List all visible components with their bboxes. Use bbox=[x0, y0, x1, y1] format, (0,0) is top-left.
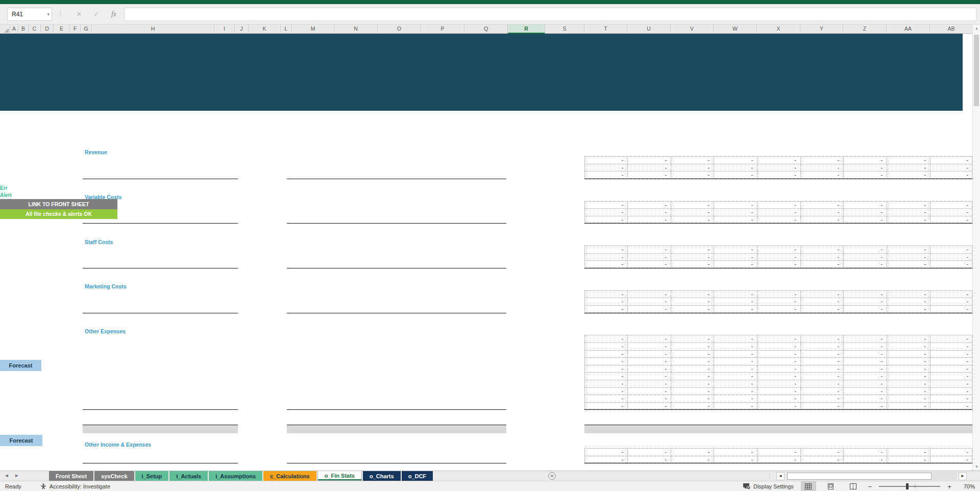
quarterly-item-cell[interactable]: - bbox=[714, 216, 757, 224]
statement-section-title[interactable]: Revenue bbox=[85, 149, 197, 156]
quarterly-item-cell[interactable]: - bbox=[930, 202, 972, 209]
quarterly-item-cell[interactable]: - bbox=[844, 395, 887, 403]
col-header-G[interactable]: G bbox=[81, 24, 92, 34]
quarterly-item-cell[interactable]: - bbox=[887, 246, 930, 254]
quarterly-item-cell[interactable]: - bbox=[585, 335, 628, 343]
quarterly-item-cell[interactable]: - bbox=[671, 254, 714, 261]
timeline-cell[interactable]: 1 bbox=[0, 339, 38, 350]
quarterly-item-cell[interactable]: - bbox=[757, 216, 801, 224]
quarterly-item-cell[interactable]: - bbox=[671, 343, 714, 351]
sheet-tab-o-dcf[interactable]: o_DCF bbox=[402, 471, 433, 481]
quarterly-item-cell[interactable]: - bbox=[585, 209, 628, 216]
vertical-scrollbar[interactable]: ▲ ▼ bbox=[972, 24, 980, 471]
zoom-level[interactable]: 70% bbox=[959, 483, 975, 489]
quarterly-item-cell[interactable]: - bbox=[801, 171, 844, 179]
quarterly-item-cell[interactable]: - bbox=[930, 388, 972, 396]
quarterly-item-cell[interactable]: - bbox=[801, 298, 844, 306]
quarterly-item-cell[interactable]: - bbox=[628, 254, 671, 261]
sheet-tab-i-setup[interactable]: i_Setup bbox=[135, 471, 169, 481]
timeline-cell[interactable]: ANNUAL bbox=[0, 394, 39, 403]
quarterly-item-cell[interactable]: - bbox=[585, 395, 628, 403]
col-header-O[interactable]: O bbox=[378, 24, 421, 34]
quarterly-item-cell[interactable]: - bbox=[628, 306, 671, 313]
quarterly-item-cell[interactable]: - bbox=[671, 246, 714, 254]
quarterly-item-cell[interactable]: - bbox=[844, 216, 887, 224]
name-box[interactable]: R41 ▾ bbox=[7, 8, 52, 21]
col-header-T[interactable]: T bbox=[584, 24, 627, 34]
quarterly-item-cell[interactable]: - bbox=[887, 388, 930, 396]
link-to-front-sheet-button[interactable]: LINK TO FRONT SHEET bbox=[0, 199, 117, 209]
select-all-button[interactable] bbox=[0, 24, 10, 34]
quarterly-item-cell[interactable]: - bbox=[757, 209, 801, 216]
timeline-cell[interactable]: 2 bbox=[0, 403, 39, 414]
col-header-S[interactable]: S bbox=[545, 24, 584, 34]
col-header-X[interactable]: X bbox=[757, 24, 800, 34]
quarterly-item-cell[interactable]: - bbox=[714, 380, 757, 388]
timeline-cell[interactable]: 2 bbox=[0, 425, 39, 435]
quarterly-item-cell[interactable]: - bbox=[930, 254, 972, 261]
quarterly-item-cell[interactable]: - bbox=[930, 157, 972, 164]
quarterly-item-cell[interactable]: - bbox=[801, 358, 844, 365]
quarterly-item-cell[interactable]: - bbox=[628, 216, 671, 224]
quarterly-item-cell[interactable]: - bbox=[628, 164, 671, 172]
col-header-L[interactable]: L bbox=[281, 24, 292, 34]
quarterly-item-cell[interactable]: - bbox=[671, 395, 714, 403]
quarterly-item-cell[interactable]: - bbox=[585, 380, 628, 388]
quarterly-item-cell[interactable]: - bbox=[757, 171, 801, 179]
quarterly-item-cell[interactable]: - bbox=[757, 373, 801, 380]
quarterly-item-cell[interactable]: - bbox=[887, 171, 930, 179]
vertical-scroll-thumb[interactable] bbox=[974, 35, 979, 106]
quarterly-item-cell[interactable]: - bbox=[671, 388, 714, 396]
zoom-slider[interactable] bbox=[879, 481, 940, 491]
quarterly-item-cell[interactable]: - bbox=[628, 373, 671, 380]
hscroll-left-icon[interactable]: ◄ bbox=[776, 472, 785, 480]
quarterly-item-cell[interactable]: - bbox=[585, 343, 628, 351]
zoom-slider-thumb[interactable] bbox=[906, 483, 909, 489]
timeline-cell[interactable]: 1 bbox=[0, 350, 38, 360]
sheet-nav-left-icon[interactable]: ◄ bbox=[4, 473, 9, 478]
quarterly-item-cell[interactable]: - bbox=[757, 380, 801, 388]
quarterly-item-cell[interactable]: - bbox=[671, 351, 714, 358]
quarterly-item-cell[interactable]: - bbox=[757, 456, 801, 464]
quarterly-item-cell[interactable]: - bbox=[801, 373, 844, 380]
quarterly-item-cell[interactable]: - bbox=[757, 351, 801, 358]
quarterly-item-cell[interactable]: - bbox=[757, 449, 801, 456]
quarterly-item-cell[interactable]: - bbox=[844, 164, 887, 172]
quarterly-item-cell[interactable]: - bbox=[930, 209, 972, 216]
quarterly-item-cell[interactable]: - bbox=[801, 209, 844, 216]
quarterly-item-cell[interactable]: - bbox=[801, 246, 844, 254]
quarterly-item-cell[interactable]: - bbox=[801, 306, 844, 313]
quarterly-item-cell[interactable]: - bbox=[887, 157, 930, 164]
quarterly-item-cell[interactable]: - bbox=[671, 403, 714, 410]
quarterly-item-cell[interactable]: - bbox=[714, 388, 757, 396]
quarterly-item-cell[interactable]: - bbox=[671, 291, 714, 299]
timeline-cell[interactable]: 1-Jan-00 bbox=[0, 296, 38, 308]
horizontal-scrollbar[interactable] bbox=[786, 472, 957, 480]
quarterly-item-cell[interactable]: - bbox=[585, 306, 628, 313]
quarterly-item-cell[interactable]: - bbox=[671, 298, 714, 306]
quarterly-item-cell[interactable]: - bbox=[930, 335, 972, 343]
sheet-tab-o-charts[interactable]: o_Charts bbox=[363, 471, 401, 481]
col-header-Z[interactable]: Z bbox=[843, 24, 887, 34]
quarterly-item-cell[interactable]: - bbox=[887, 395, 930, 403]
quarterly-item-cell[interactable]: - bbox=[844, 456, 887, 464]
quarterly-item-cell[interactable]: - bbox=[671, 306, 714, 313]
quarterly-item-cell[interactable]: - bbox=[887, 254, 930, 261]
quarterly-item-cell[interactable]: - bbox=[757, 157, 801, 164]
quarterly-item-cell[interactable]: - bbox=[844, 388, 887, 396]
col-header-C[interactable]: C bbox=[29, 24, 41, 34]
quarterly-item-cell[interactable]: - bbox=[757, 254, 801, 261]
quarterly-item-cell[interactable]: - bbox=[585, 373, 628, 380]
col-header-M[interactable]: M bbox=[292, 24, 334, 34]
quarterly-item-cell[interactable]: - bbox=[757, 358, 801, 365]
quarterly-item-cell[interactable]: - bbox=[844, 261, 887, 268]
quarterly-item-cell[interactable]: - bbox=[844, 254, 887, 261]
quarterly-item-cell[interactable]: - bbox=[757, 291, 801, 299]
col-header-A[interactable]: A bbox=[10, 24, 18, 34]
quarterly-item-cell[interactable]: - bbox=[714, 291, 757, 299]
quarterly-item-cell[interactable]: - bbox=[801, 388, 844, 396]
normal-view-button[interactable] bbox=[801, 481, 816, 491]
col-header-F[interactable]: F bbox=[70, 24, 81, 34]
quarterly-item-cell[interactable]: - bbox=[801, 202, 844, 209]
quarterly-item-cell[interactable]: - bbox=[628, 395, 671, 403]
